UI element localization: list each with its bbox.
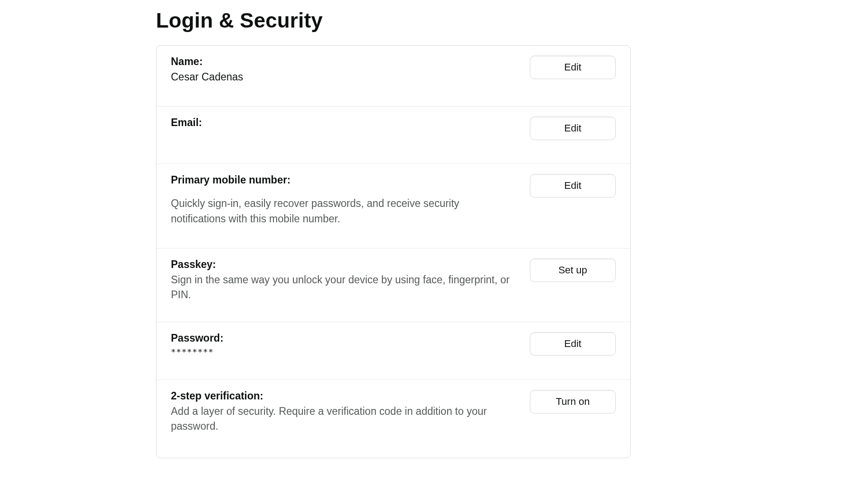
login-security-panel: Name: Cesar Cadenas Edit Email: Edit xyxy=(156,45,631,458)
row-email: Email: Edit xyxy=(156,107,630,164)
two-step-description: Add a layer of security. Require a verif… xyxy=(171,404,512,434)
row-name-right: Edit xyxy=(530,56,616,84)
row-two-step-left: 2-step verification: Add a layer of secu… xyxy=(171,390,530,434)
row-passkey-right: Set up xyxy=(530,258,616,303)
page-title: Login & Security xyxy=(156,8,631,33)
email-label: Email: xyxy=(171,117,512,129)
row-mobile-left: Primary mobile number: Quickly sign-in, … xyxy=(171,174,530,226)
passkey-description: Sign in the same way you unlock your dev… xyxy=(171,272,512,303)
password-value: ******** xyxy=(171,346,512,358)
row-password-right: Edit xyxy=(530,332,616,358)
passkey-label: Passkey: xyxy=(171,258,512,271)
row-email-right: Edit xyxy=(530,117,616,140)
row-password: Password: ******** Edit xyxy=(156,322,630,380)
mobile-description: Quickly sign-in, easily recover password… xyxy=(171,196,512,226)
row-passkey-left: Passkey: Sign in the same way you unlock… xyxy=(171,258,530,303)
mobile-label: Primary mobile number: xyxy=(171,174,512,186)
name-value: Cesar Cadenas xyxy=(171,70,512,84)
row-password-left: Password: ******** xyxy=(171,332,530,358)
edit-email-button[interactable]: Edit xyxy=(530,117,616,140)
edit-mobile-button[interactable]: Edit xyxy=(530,174,616,197)
turn-on-two-step-button[interactable]: Turn on xyxy=(530,390,616,413)
row-mobile: Primary mobile number: Quickly sign-in, … xyxy=(156,164,630,249)
edit-password-button[interactable]: Edit xyxy=(530,332,616,356)
row-name: Name: Cesar Cadenas Edit xyxy=(156,46,630,107)
name-label: Name: xyxy=(171,56,512,68)
row-name-left: Name: Cesar Cadenas xyxy=(171,56,530,84)
edit-name-button[interactable]: Edit xyxy=(530,56,616,79)
setup-passkey-button[interactable]: Set up xyxy=(530,258,616,282)
row-two-step: 2-step verification: Add a layer of secu… xyxy=(156,380,630,458)
row-mobile-right: Edit xyxy=(530,174,616,226)
two-step-label: 2-step verification: xyxy=(171,390,512,402)
row-passkey: Passkey: Sign in the same way you unlock… xyxy=(156,249,630,322)
row-email-left: Email: xyxy=(171,117,530,140)
password-label: Password: xyxy=(171,332,512,344)
row-two-step-right: Turn on xyxy=(530,390,616,434)
